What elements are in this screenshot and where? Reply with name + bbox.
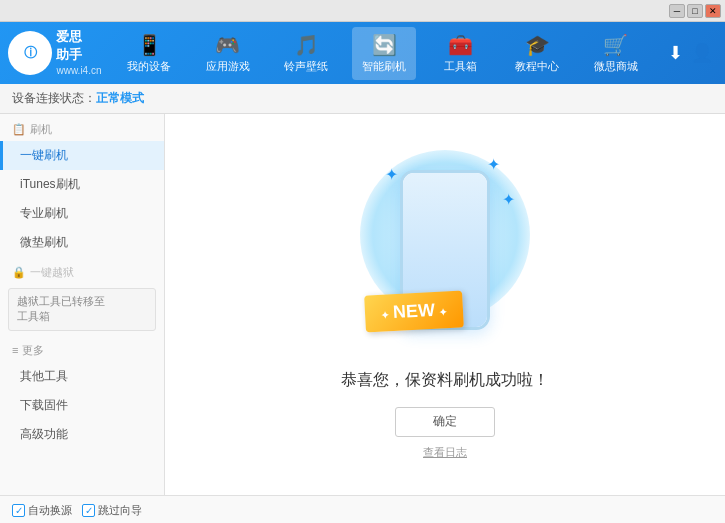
sidebar-item-other-tools[interactable]: 其他工具 — [0, 362, 164, 391]
header: ⓘ 爱思 助手 www.i4.cn 📱 我的设备 🎮 应用游戏 🎵 铃声壁纸 🔄… — [0, 22, 725, 84]
weibo-store-icon: 🛒 — [603, 33, 628, 57]
smart-store-icon: 🔄 — [372, 33, 397, 57]
success-message: 恭喜您，保资料刷机成功啦！ — [341, 370, 549, 391]
toolbox-icon: 🧰 — [448, 33, 473, 57]
sparkle-1: ✦ — [385, 165, 398, 184]
weibo-store-label: 微思商城 — [594, 59, 638, 74]
status-bar: 设备连接状态： 正常模式 — [0, 84, 725, 114]
download-button[interactable]: ⬇ — [668, 42, 683, 64]
tutorial-icon: 🎓 — [525, 33, 550, 57]
bottom-device-bar: 自动换源 跳过向导 📱 iPhone 12 mini 64GB Down-12m… — [0, 495, 725, 523]
logo-icon: ⓘ — [8, 31, 52, 75]
main-layout: 📋 刷机 一键刷机 iTunes刷机 专业刷机 微垫刷机 🔒 一键越狱 越狱工具… — [0, 114, 725, 495]
sidebar-section-flash: 📋 刷机 — [0, 114, 164, 141]
nav-app-game[interactable]: 🎮 应用游戏 — [196, 27, 260, 80]
secondary-link[interactable]: 查看日志 — [423, 445, 467, 460]
nav-toolbox[interactable]: 🧰 工具箱 — [431, 27, 491, 80]
minimize-button[interactable]: ─ — [669, 4, 685, 18]
auto-switch-checkbox[interactable]: 自动换源 — [12, 503, 72, 518]
sidebar-item-itunes-flash[interactable]: iTunes刷机 — [0, 170, 164, 199]
confirm-button[interactable]: 确定 — [395, 407, 495, 437]
nav-my-device[interactable]: 📱 我的设备 — [117, 27, 181, 80]
more-section-icon: ≡ — [12, 344, 18, 356]
status-prefix: 设备连接状态： — [12, 90, 96, 107]
phone-illustration: ✦ ✦ ✦ NEW — [355, 150, 535, 350]
sidebar-item-pro-flash[interactable]: 专业刷机 — [0, 199, 164, 228]
nav-weibo-store[interactable]: 🛒 微思商城 — [584, 27, 648, 80]
checkbox-area: 自动换源 跳过向导 — [12, 503, 142, 518]
sidebar-item-advanced[interactable]: 高级功能 — [0, 420, 164, 449]
sidebar-item-one-key-flash[interactable]: 一键刷机 — [0, 141, 164, 170]
ringtone-icon: 🎵 — [294, 33, 319, 57]
logo-text: 爱思 助手 www.i4.cn — [56, 28, 101, 78]
skip-wizard-cb[interactable] — [82, 504, 95, 517]
auto-switch-cb[interactable] — [12, 504, 25, 517]
new-badge: NEW — [364, 290, 464, 332]
smart-store-label: 智能刷机 — [362, 59, 406, 74]
status-value: 正常模式 — [96, 90, 144, 107]
skip-wizard-checkbox[interactable]: 跳过向导 — [82, 503, 142, 518]
my-device-icon: 📱 — [137, 33, 162, 57]
flash-section-icon: 📋 — [12, 123, 26, 136]
main-content: ✦ ✦ ✦ NEW 恭喜您，保资料刷机成功啦！ 确定 查看日志 — [165, 114, 725, 495]
nav-ringtone[interactable]: 🎵 铃声壁纸 — [274, 27, 338, 80]
logo-area: ⓘ 爱思 助手 www.i4.cn — [0, 28, 110, 78]
sidebar-section-more: ≡ 更多 — [0, 335, 164, 362]
header-right: ⬇ 👤 — [655, 42, 725, 64]
sidebar-item-download-firmware[interactable]: 下载固件 — [0, 391, 164, 420]
title-bar: ─ □ ✕ — [0, 0, 725, 22]
nav-items: 📱 我的设备 🎮 应用游戏 🎵 铃声壁纸 🔄 智能刷机 🧰 工具箱 🎓 教程中心… — [110, 27, 655, 80]
lock-icon: 🔒 — [12, 266, 26, 279]
app-game-label: 应用游戏 — [206, 59, 250, 74]
toolbox-label: 工具箱 — [444, 59, 477, 74]
app-game-icon: 🎮 — [215, 33, 240, 57]
sparkle-3: ✦ — [502, 190, 515, 209]
ringtone-label: 铃声壁纸 — [284, 59, 328, 74]
close-button[interactable]: ✕ — [705, 4, 721, 18]
tutorial-label: 教程中心 — [515, 59, 559, 74]
nav-smart-store[interactable]: 🔄 智能刷机 — [352, 27, 416, 80]
jailbreak-warning: 越狱工具已转移至 工具箱 — [8, 288, 156, 331]
device-left: 自动换源 跳过向导 📱 iPhone 12 mini 64GB Down-12m… — [12, 503, 142, 524]
user-button[interactable]: 👤 — [691, 42, 713, 64]
nav-tutorial[interactable]: 🎓 教程中心 — [505, 27, 569, 80]
sidebar-section-jailbreak: 🔒 一键越狱 — [0, 257, 164, 284]
my-device-label: 我的设备 — [127, 59, 171, 74]
sidebar-item-micro-flash[interactable]: 微垫刷机 — [0, 228, 164, 257]
restore-button[interactable]: □ — [687, 4, 703, 18]
sidebar: 📋 刷机 一键刷机 iTunes刷机 专业刷机 微垫刷机 🔒 一键越狱 越狱工具… — [0, 114, 165, 495]
sparkle-2: ✦ — [487, 155, 500, 174]
